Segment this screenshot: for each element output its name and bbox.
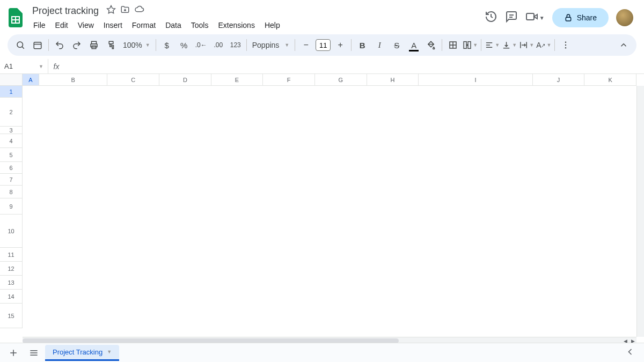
name-box[interactable]: A1▼ — [0, 59, 48, 73]
decrease-decimal-icon[interactable]: .0← — [194, 38, 209, 53]
bold-icon[interactable]: B — [355, 38, 370, 53]
row-header-13[interactable]: 13 — [0, 276, 23, 290]
row-header-7[interactable]: 7 — [0, 174, 23, 186]
spreadsheet-grid[interactable]: ABCDEFGHIJK 123456789101112131415 PROJEC… — [0, 74, 644, 362]
app-header: Project tracking File Edit View Insert F… — [0, 0, 644, 31]
font-size-input[interactable] — [316, 39, 331, 51]
column-header-E[interactable]: E — [211, 74, 264, 85]
row-header-6[interactable]: 6 — [0, 162, 23, 174]
cloud-status-icon[interactable] — [134, 5, 145, 17]
all-sheets-button[interactable] — [25, 345, 43, 361]
row-header-9[interactable]: 9 — [0, 198, 23, 215]
text-rotation-icon[interactable]: A↗▼ — [536, 38, 551, 53]
column-header-J[interactable]: J — [533, 74, 585, 85]
decrease-font-icon[interactable]: − — [298, 38, 313, 53]
share-button[interactable]: Share — [552, 8, 609, 27]
svg-rect-6 — [526, 13, 534, 20]
explore-button[interactable] — [625, 346, 640, 359]
comments-icon[interactable] — [505, 10, 518, 25]
font-dropdown[interactable]: Poppins▼ — [250, 41, 292, 49]
paint-format-icon[interactable] — [104, 38, 119, 53]
column-header-B[interactable]: B — [39, 74, 108, 85]
star-icon[interactable] — [106, 5, 116, 17]
print-icon[interactable] — [86, 38, 101, 53]
borders-icon[interactable] — [445, 38, 460, 53]
sheet-tabs-bar: Project Tracking ▼ — [0, 343, 644, 362]
column-header-G[interactable]: G — [315, 74, 367, 85]
zoom-dropdown[interactable]: 100%▼ — [121, 41, 152, 49]
row-header-3[interactable]: 3 — [0, 127, 23, 134]
menu-extensions[interactable]: Extensions — [214, 19, 259, 32]
svg-point-9 — [17, 42, 23, 48]
row-header-12[interactable]: 12 — [0, 262, 23, 276]
row-header-4[interactable]: 4 — [0, 134, 23, 148]
formula-bar: A1▼ fx — [0, 59, 644, 74]
move-icon[interactable] — [120, 5, 130, 17]
increase-decimal-icon[interactable]: .00 — [211, 38, 226, 53]
row-header-8[interactable]: 8 — [0, 186, 23, 198]
row-header-10[interactable]: 10 — [0, 215, 23, 248]
collapse-toolbar-icon[interactable] — [616, 38, 631, 53]
menu-help[interactable]: Help — [260, 19, 284, 32]
menu-format[interactable]: Format — [128, 19, 160, 32]
column-headers[interactable]: ABCDEFGHIJK — [23, 74, 636, 86]
svg-point-29 — [565, 47, 566, 48]
menu-tools[interactable]: Tools — [187, 19, 213, 32]
row-header-1[interactable]: 1 — [0, 86, 23, 98]
svg-point-27 — [565, 42, 566, 43]
row-header-5[interactable]: 5 — [0, 148, 23, 162]
text-color-icon[interactable]: A — [406, 38, 421, 53]
column-header-I[interactable]: I — [419, 74, 533, 85]
calendar-icon[interactable] — [30, 38, 45, 53]
name-box-value: A1 — [4, 62, 13, 70]
italic-icon[interactable]: I — [372, 38, 387, 53]
row-header-2[interactable]: 2 — [0, 98, 23, 127]
formula-input[interactable] — [64, 62, 644, 70]
text-wrap-icon[interactable]: ▼ — [519, 38, 534, 53]
chevron-down-icon[interactable]: ▼ — [539, 15, 545, 21]
menu-insert[interactable]: Insert — [99, 19, 127, 32]
chevron-down-icon[interactable]: ▼ — [107, 349, 112, 354]
share-label: Share — [577, 13, 597, 22]
history-icon[interactable] — [485, 10, 497, 25]
row-header-14[interactable]: 14 — [0, 290, 23, 304]
svg-rect-8 — [566, 17, 570, 21]
svg-line-10 — [22, 47, 24, 49]
redo-icon[interactable] — [69, 38, 84, 53]
sheets-logo[interactable] — [8, 7, 24, 28]
document-title[interactable]: Project tracking — [29, 4, 102, 18]
vertical-scrollbar[interactable] — [636, 86, 644, 337]
column-header-A[interactable]: A — [23, 74, 39, 85]
vertical-align-icon[interactable]: ▼ — [502, 38, 517, 53]
menu-edit[interactable]: Edit — [51, 19, 72, 32]
font-name: Poppins — [252, 41, 280, 49]
more-icon[interactable] — [558, 38, 573, 53]
strikethrough-icon[interactable]: S — [389, 38, 404, 53]
row-header-15[interactable]: 15 — [0, 304, 23, 328]
lock-icon — [564, 13, 573, 22]
row-header-11[interactable]: 11 — [0, 248, 23, 262]
more-formats-icon[interactable]: 123 — [228, 38, 243, 53]
merge-cells-icon[interactable]: ▼ — [463, 38, 478, 53]
column-header-C[interactable]: C — [107, 74, 159, 85]
menu-data[interactable]: Data — [161, 19, 186, 32]
menu-file[interactable]: File — [29, 19, 50, 32]
user-avatar[interactable] — [616, 9, 633, 26]
currency-icon[interactable]: $ — [159, 38, 174, 53]
add-sheet-button[interactable] — [4, 345, 23, 361]
undo-icon[interactable] — [52, 38, 67, 53]
select-all-corner[interactable] — [0, 74, 23, 86]
column-header-F[interactable]: F — [263, 74, 315, 85]
sheet-tab-active[interactable]: Project Tracking ▼ — [45, 345, 119, 361]
search-icon[interactable] — [13, 38, 28, 53]
column-header-K[interactable]: K — [584, 74, 636, 85]
meet-icon[interactable] — [525, 10, 538, 25]
menu-view[interactable]: View — [74, 19, 98, 32]
row-headers[interactable]: 123456789101112131415 — [0, 86, 23, 328]
column-header-H[interactable]: H — [367, 74, 419, 85]
fill-color-icon[interactable] — [423, 38, 438, 53]
horizontal-align-icon[interactable]: ▼ — [485, 38, 500, 53]
column-header-D[interactable]: D — [159, 74, 211, 85]
percent-icon[interactable]: % — [177, 38, 192, 53]
increase-font-icon[interactable]: + — [333, 38, 348, 53]
